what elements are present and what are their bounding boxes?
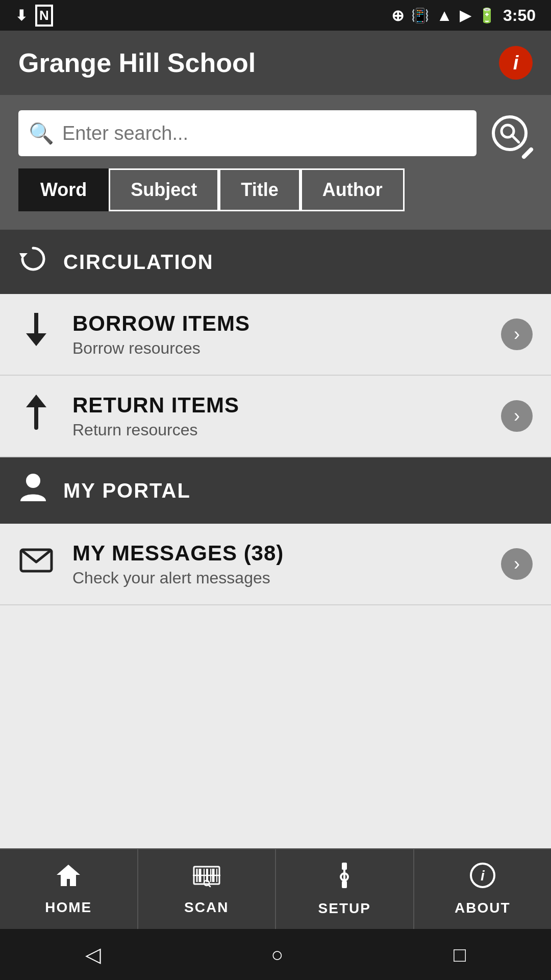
search-input[interactable] [62, 122, 466, 144]
recent-button[interactable]: □ [454, 943, 466, 966]
svg-marker-2 [19, 253, 28, 259]
svg-text:i: i [481, 868, 485, 884]
info-button[interactable]: i [499, 46, 533, 80]
bottom-nav: HOME SCAN [0, 848, 551, 929]
chevron-right-icon-3: › [514, 553, 520, 575]
app-title: Grange Hill School [18, 47, 256, 78]
info-icon: i [513, 52, 519, 74]
back-button[interactable]: ◁ [85, 943, 101, 966]
tab-word[interactable]: Word [18, 168, 109, 211]
svg-marker-4 [26, 333, 46, 346]
search-button-icon [492, 115, 528, 151]
vibrate-icon: 📳 [411, 7, 429, 24]
return-title: RETURN ITEMS [72, 393, 483, 418]
home-button[interactable]: ○ [271, 943, 283, 966]
return-text: RETURN ITEMS Return resources [72, 393, 483, 439]
borrow-subtitle: Borrow resources [72, 339, 483, 358]
network-icon: N [35, 5, 53, 27]
circulation-label: CIRCULATION [63, 251, 214, 274]
borrow-text: BORROW ITEMS Borrow resources [72, 311, 483, 358]
tab-subject[interactable]: Subject [109, 168, 219, 211]
download-icon: ⬇ [15, 7, 27, 24]
portal-icon [18, 472, 48, 509]
status-bar: ⬇ N ⊕ 📳 ▲ ▶ 🔋 3:50 [0, 0, 551, 31]
myportal-section-header: MY PORTAL [0, 457, 551, 524]
status-left-icons: ⬇ N [15, 5, 53, 27]
return-items-item[interactable]: RETURN ITEMS Return resources › [0, 376, 551, 457]
add-circle-icon: ⊕ [391, 7, 404, 24]
nav-setup[interactable]: SETUP [276, 849, 414, 929]
search-inline-icon: 🔍 [29, 121, 54, 145]
time-display: 3:50 [503, 6, 536, 25]
tab-title[interactable]: Title [219, 168, 300, 211]
home-label: HOME [45, 899, 92, 916]
status-right-icons: ⊕ 📳 ▲ ▶ 🔋 3:50 [391, 6, 536, 25]
setup-label: SETUP [318, 900, 371, 917]
setup-icon [333, 862, 356, 895]
signal-icon: ▶ [460, 7, 471, 24]
scan-label: SCAN [184, 899, 229, 916]
borrow-arrow: › [501, 318, 533, 350]
svg-marker-6 [26, 395, 46, 407]
content-spacer [0, 605, 551, 848]
chevron-right-icon: › [514, 324, 520, 345]
wifi-icon: ▲ [436, 6, 453, 25]
android-nav-bar: ◁ ○ □ [0, 929, 551, 980]
svg-point-7 [26, 474, 40, 488]
messages-icon [18, 546, 54, 582]
app-header: Grange Hill School i [0, 31, 551, 95]
nav-scan[interactable]: SCAN [138, 849, 277, 929]
about-label: ABOUT [455, 900, 511, 916]
nav-home[interactable]: HOME [0, 849, 138, 929]
search-input-wrapper: 🔍 [18, 110, 477, 156]
messages-text: MY MESSAGES (38) Check your alert messag… [72, 541, 483, 587]
borrow-items-item[interactable]: BORROW ITEMS Borrow resources › [0, 294, 551, 376]
messages-title: MY MESSAGES (38) [72, 541, 483, 566]
svg-line-1 [512, 135, 519, 142]
svg-marker-9 [57, 865, 80, 886]
search-area: 🔍 Word Subject Title Author [0, 95, 551, 230]
search-button[interactable] [487, 110, 533, 156]
return-subtitle: Return resources [72, 421, 483, 439]
myportal-label: MY PORTAL [63, 479, 191, 502]
chevron-right-icon-2: › [514, 405, 520, 427]
scan-icon [193, 863, 220, 894]
return-icon [18, 395, 54, 437]
home-icon [56, 863, 81, 894]
svg-line-20 [208, 885, 210, 887]
nav-about[interactable]: i ABOUT [414, 849, 552, 929]
borrow-icon [18, 313, 54, 356]
search-row: 🔍 [18, 110, 533, 156]
messages-arrow: › [501, 548, 533, 580]
about-icon: i [469, 862, 496, 895]
messages-subtitle: Check your alert messages [72, 569, 483, 587]
circulation-icon [18, 244, 48, 280]
circulation-section-header: CIRCULATION [0, 230, 551, 294]
messages-item[interactable]: MY MESSAGES (38) Check your alert messag… [0, 524, 551, 605]
tab-author[interactable]: Author [300, 168, 405, 211]
battery-icon: 🔋 [478, 7, 496, 24]
return-arrow: › [501, 400, 533, 432]
borrow-title: BORROW ITEMS [72, 311, 483, 336]
filter-tabs: Word Subject Title Author [18, 168, 533, 211]
